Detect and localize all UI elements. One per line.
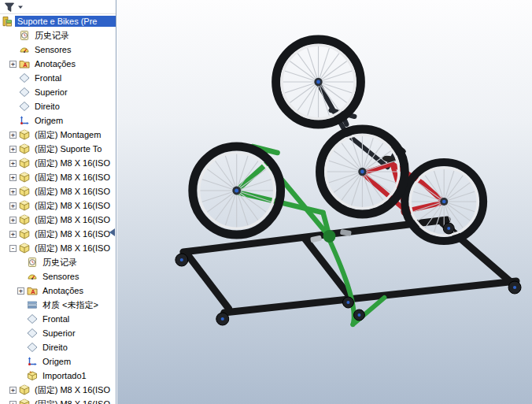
- annotations-icon: A: [19, 58, 30, 69]
- component-icon: [19, 398, 30, 404]
- imported-icon: [27, 370, 38, 381]
- tree-item[interactable]: + (固定) Montagem: [0, 128, 116, 142]
- item-label: Origem: [40, 356, 73, 367]
- item-label: Anotações: [32, 58, 78, 69]
- item-label: (固定) M8 X 16(ISO: [32, 171, 113, 184]
- tree-item[interactable]: + (固定) M8 X 16(ISO: [0, 213, 116, 227]
- tree-item[interactable]: Frontal: [0, 312, 116, 326]
- tree-item[interactable]: 材质 <未指定>: [0, 298, 116, 312]
- expander-toggle[interactable]: +: [9, 61, 17, 68]
- item-label: Anotações: [40, 285, 86, 296]
- feature-tree: Suporte e Bikes (Pre 历史记录 Sensores + A A…: [0, 14, 116, 404]
- tree-item[interactable]: Direito: [0, 340, 116, 354]
- item-label: 历史记录: [40, 256, 79, 269]
- plane-icon: [19, 72, 30, 83]
- tree-item[interactable]: Suporte e Bikes (Pre: [0, 14, 116, 28]
- expander-toggle[interactable]: +: [17, 287, 24, 295]
- svg-text:A: A: [31, 288, 35, 295]
- expander-toggle[interactable]: +: [9, 202, 17, 209]
- tree-item[interactable]: - (固定) M8 X 16(ISO: [0, 241, 116, 255]
- bike-wheel-left: [193, 146, 281, 235]
- bike-rack-model: [117, 0, 532, 404]
- component-icon: [19, 243, 30, 254]
- component-icon: [19, 158, 30, 169]
- component-icon: [19, 384, 30, 395]
- feature-manager-panel: Suporte e Bikes (Pre 历史记录 Sensores + A A…: [0, 0, 116, 404]
- expander-toggle[interactable]: +: [9, 188, 17, 195]
- history-icon: [27, 257, 38, 268]
- component-icon: [19, 172, 30, 183]
- component-icon: [19, 143, 30, 154]
- tree-item[interactable]: Importado1: [0, 369, 116, 383]
- component-icon: [19, 129, 30, 140]
- tree-item[interactable]: Direito: [0, 99, 116, 113]
- annotations-icon: A: [27, 285, 38, 296]
- expander-toggle[interactable]: +: [9, 217, 17, 224]
- expander-toggle[interactable]: +: [9, 174, 17, 181]
- component-icon: [19, 214, 30, 225]
- tree-item[interactable]: Origem: [0, 113, 116, 128]
- item-label: Superior: [32, 87, 70, 98]
- tree-item[interactable]: Sensores: [0, 269, 116, 284]
- item-label: Importado1: [40, 370, 89, 381]
- graphics-area[interactable]: [117, 0, 532, 404]
- green-bike-crank: [323, 230, 336, 243]
- tree-item[interactable]: Frontal: [0, 71, 116, 85]
- history-icon: [19, 30, 30, 41]
- expander-toggle[interactable]: -: [9, 245, 17, 252]
- dropdown-arrow-icon[interactable]: [17, 4, 24, 10]
- item-label: Superior: [40, 328, 78, 339]
- item-label: (固定) M8 X 16(ISO: [32, 228, 113, 241]
- tree-item[interactable]: + (固定) M8 X 16(ISO: [0, 156, 116, 170]
- tree-item[interactable]: + (固定) M8 X 16(ISO: [0, 397, 116, 404]
- plane-icon: [27, 342, 38, 353]
- item-label: Frontal: [32, 72, 64, 83]
- origin-icon: [27, 356, 38, 367]
- bike-wheel-center: [320, 129, 405, 214]
- tree-item[interactable]: + (固定) M8 X 16(ISO: [0, 227, 116, 241]
- material-icon: [27, 299, 38, 310]
- tree-item[interactable]: 历史记录: [0, 255, 116, 269]
- svg-text:A: A: [23, 61, 28, 69]
- expander-toggle[interactable]: +: [9, 231, 17, 238]
- component-icon: [19, 228, 30, 239]
- plane-icon: [27, 328, 38, 339]
- component-icon: [19, 200, 30, 211]
- item-label: Direito: [40, 342, 70, 353]
- tree-item[interactable]: Superior: [0, 326, 116, 340]
- item-label: (固定) Suporte To: [32, 143, 104, 156]
- assembly-icon: [2, 16, 13, 27]
- expander-toggle[interactable]: +: [9, 401, 17, 404]
- plane-icon: [19, 101, 30, 112]
- item-label: 材质 <未指定>: [40, 298, 101, 312]
- plane-icon: [27, 313, 38, 324]
- tree-item[interactable]: 历史记录: [0, 28, 116, 43]
- tree-item[interactable]: + (固定) M8 X 16(ISO: [0, 198, 116, 213]
- item-label: (固定) M8 X 16(ISO: [32, 398, 113, 404]
- item-label: (固定) M8 X 16(ISO: [32, 242, 113, 255]
- item-label: (固定) Montagem: [32, 128, 103, 142]
- tree-item[interactable]: + A Anotações: [0, 284, 116, 298]
- expander-toggle[interactable]: +: [9, 160, 17, 167]
- tree-item[interactable]: + (固定) Suporte To: [0, 142, 116, 156]
- item-label: Sensores: [40, 271, 81, 282]
- funnel-icon[interactable]: [4, 2, 15, 13]
- item-label: 历史记录: [32, 29, 72, 43]
- expander-toggle[interactable]: +: [9, 387, 17, 394]
- panel-splitter[interactable]: [109, 228, 115, 236]
- tree-item[interactable]: Origem: [0, 354, 116, 369]
- tree-item[interactable]: + (固定) M8 X 16(ISO: [0, 184, 116, 198]
- expander-toggle[interactable]: +: [9, 132, 17, 139]
- item-label: Sensores: [32, 44, 73, 55]
- item-label: Suporte e Bikes (Pre: [15, 16, 116, 27]
- expander-toggle[interactable]: +: [9, 146, 17, 153]
- tree-item[interactable]: + (固定) M8 X 16(ISO: [0, 383, 116, 397]
- filter-bar: [0, 0, 116, 14]
- item-label: (固定) M8 X 16(ISO: [32, 185, 113, 198]
- item-label: (固定) M8 X 16(ISO: [32, 199, 113, 213]
- tree-item[interactable]: Sensores: [0, 43, 116, 57]
- tree-item[interactable]: + (固定) M8 X 16(ISO: [0, 170, 116, 184]
- tree-item[interactable]: + A Anotações: [0, 57, 116, 71]
- item-label: (固定) M8 X 16(ISO: [32, 213, 113, 227]
- tree-item[interactable]: Superior: [0, 85, 116, 99]
